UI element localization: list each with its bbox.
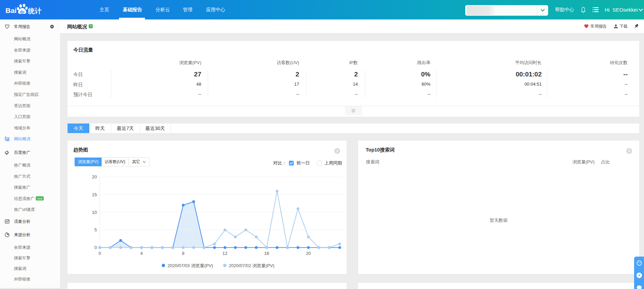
svg-text:统计: 统计 xyxy=(28,7,42,15)
svg-text:10: 10 xyxy=(92,210,97,215)
svg-text:0: 0 xyxy=(94,245,97,250)
svg-text:2020/07/03 浏览量(PV): 2020/07/03 浏览量(PV) xyxy=(167,263,213,268)
svg-text:2020/07/02 浏览量(PV): 2020/07/02 浏览量(PV) xyxy=(229,263,275,268)
svg-text:5: 5 xyxy=(94,227,97,232)
svg-text:8: 8 xyxy=(182,251,184,256)
svg-text:0: 0 xyxy=(99,251,101,256)
svg-text:du: du xyxy=(20,10,25,14)
svg-text:20: 20 xyxy=(306,251,311,256)
svg-text:4: 4 xyxy=(140,251,143,256)
svg-text:12: 12 xyxy=(222,251,227,256)
svg-text:20: 20 xyxy=(92,174,97,179)
svg-text:15: 15 xyxy=(92,192,97,197)
svg-text:Bai: Bai xyxy=(5,6,17,14)
svg-text:16: 16 xyxy=(264,251,269,256)
